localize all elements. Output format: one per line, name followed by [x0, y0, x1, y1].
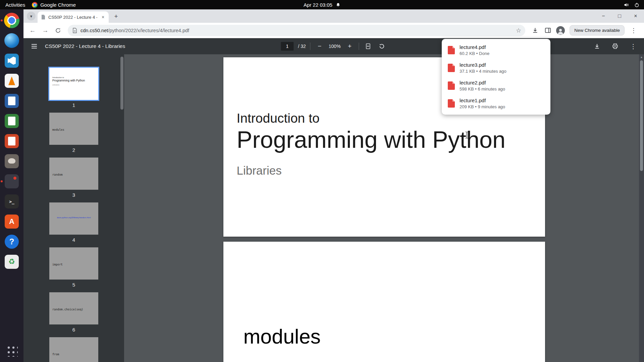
running-indicator: [1, 19, 3, 21]
download-file-meta: 598 KB • 6 minutes ago: [460, 86, 505, 92]
download-file-name: lecture3.pdf: [460, 62, 506, 68]
dock-item-vscode[interactable]: [3, 52, 20, 69]
thumbnail-page-5[interactable]: import 5: [49, 247, 98, 290]
download-item-lecture3[interactable]: lecture3.pdf 37.1 KB • 4 minutes ago: [442, 59, 550, 77]
thumbnail-page-6[interactable]: random.choice(seq) 6: [49, 292, 98, 335]
page-document-icon: [72, 28, 77, 33]
maximize-button[interactable]: □: [616, 12, 623, 20]
files-icon: [5, 174, 19, 188]
pdf-menu-button[interactable]: ⋮: [629, 42, 638, 51]
thumbnail-image[interactable]: import: [49, 247, 98, 280]
recycle-glyph: ♻: [8, 257, 15, 266]
close-button[interactable]: ×: [632, 12, 639, 20]
tab-lecture4[interactable]: CS50P 2022 - Lecture 4 - L ×: [38, 11, 109, 23]
thunderbird-icon: [4, 33, 19, 48]
thumbnail-page-7[interactable]: from 7: [49, 337, 98, 362]
thumb-page-number: 5: [72, 282, 75, 288]
show-applications-button[interactable]: [3, 342, 20, 359]
pdf-print-button[interactable]: [610, 42, 620, 51]
download-item-lecture1[interactable]: lecture1.pdf 209 KB • 9 minutes ago: [442, 95, 550, 112]
thumbnail-image[interactable]: modules: [49, 113, 98, 145]
dock-item-libreoffice-writer[interactable]: [3, 92, 20, 110]
tab-title: CS50P 2022 - Lecture 4 - L: [48, 15, 97, 20]
thumbnail-page-3[interactable]: random 3: [49, 158, 98, 200]
minimize-button[interactable]: −: [600, 12, 607, 20]
thumbnail-image[interactable]: from: [49, 337, 98, 362]
dock-item-ubuntu-software[interactable]: A: [3, 213, 20, 230]
chrome-logo-icon: [32, 2, 38, 8]
dock-item-help[interactable]: ?: [3, 233, 20, 250]
page-number-input[interactable]: [281, 42, 293, 51]
slide-subtitle: Libraries: [237, 164, 282, 177]
profile-avatar[interactable]: [555, 25, 566, 36]
content-scrollbar[interactable]: ▲: [639, 54, 644, 362]
dock-item-chrome[interactable]: [3, 12, 20, 29]
sidebar-scrollbar-thumb[interactable]: [120, 57, 123, 110]
pdf-sidebar-toggle-button[interactable]: [30, 42, 39, 51]
thumb-page-number: 6: [72, 327, 75, 333]
tab-search-button[interactable]: ▾: [27, 12, 36, 20]
dock-item-gimp[interactable]: [3, 153, 20, 170]
bookmark-star-icon[interactable]: ☆: [516, 27, 521, 34]
clock-text: Apr 22 03:05: [304, 2, 332, 8]
thumbnail-page-2[interactable]: modules 2: [49, 113, 98, 156]
chrome-window: ▾ CS50P 2022 - Lecture 4 - L × + − □ × ←…: [23, 9, 644, 362]
content-scrollbar-thumb[interactable]: [640, 60, 643, 171]
tab-close-icon[interactable]: ×: [100, 14, 106, 20]
scrollbar-up-arrow[interactable]: ▲: [639, 54, 644, 60]
thumbnail-image[interactable]: random.choice(seq): [49, 292, 98, 324]
system-status-area[interactable]: [624, 2, 644, 7]
back-button[interactable]: ←: [27, 25, 38, 36]
pdf-download-button[interactable]: [592, 42, 602, 51]
download-item-lecture2[interactable]: lecture2.pdf 598 KB • 6 minutes ago: [442, 77, 550, 95]
clock-button[interactable]: Apr 22 03:05: [304, 2, 340, 8]
dock-item-libreoffice-impress[interactable]: [3, 132, 20, 150]
reload-button[interactable]: [52, 25, 64, 36]
pdf-file-icon: [448, 81, 455, 90]
dock-item-libreoffice-calc[interactable]: [3, 112, 20, 130]
download-item-lecture4[interactable]: lecture4.pdf 60.2 KB • Done: [442, 41, 550, 59]
rotate-button[interactable]: [377, 42, 387, 51]
volume-icon: [624, 2, 629, 7]
thumb-text: Programming with Python: [52, 79, 85, 82]
dock-item-trash[interactable]: ♻: [3, 253, 20, 270]
downloads-toolbar-button[interactable]: [529, 25, 541, 36]
download-file-name: lecture2.pdf: [460, 80, 505, 85]
browser-menu-button[interactable]: ⋮: [628, 25, 639, 36]
download-file-meta: 209 KB • 9 minutes ago: [460, 104, 505, 109]
gimp-icon: [5, 154, 19, 168]
vlc-icon: [5, 74, 19, 88]
pdf-page-area: Introduction to Programming with Python …: [124, 54, 644, 362]
page-count-label: / 32: [298, 44, 306, 49]
zoom-out-button[interactable]: −: [315, 42, 324, 51]
thumbnail-image[interactable]: random: [49, 158, 98, 190]
thumbnail-image[interactable]: docs.python.org/3/library/random.html: [49, 202, 98, 235]
forward-button[interactable]: →: [40, 25, 51, 36]
tab-strip: ▾ CS50P 2022 - Lecture 4 - L × + − □ ×: [23, 9, 644, 23]
focused-app-menu[interactable]: Google Chrome: [32, 2, 76, 8]
chrome-update-button[interactable]: New Chrome available: [570, 25, 625, 36]
zoom-in-button[interactable]: +: [345, 42, 355, 51]
pdf-file-icon: [448, 46, 455, 54]
download-file-meta: 60.2 KB • Done: [460, 51, 489, 56]
dock-item-terminal[interactable]: >_: [3, 193, 20, 210]
downloads-popup: lecture4.pdf 60.2 KB • Done lecture3.pdf…: [442, 39, 550, 115]
thumbnail-page-4[interactable]: docs.python.org/3/library/random.html 4: [49, 202, 98, 245]
new-tab-button[interactable]: +: [111, 12, 121, 21]
download-file-name: lecture1.pdf: [460, 98, 505, 103]
thumbnail-page-1[interactable]: Introduction to Programming with Python …: [49, 68, 98, 111]
help-glyph: ?: [9, 237, 14, 246]
thumbnail-image[interactable]: Introduction to Programming with Python …: [49, 68, 98, 100]
terminal-glyph: >_: [9, 199, 14, 204]
fit-page-button[interactable]: [364, 42, 373, 51]
side-panel-button[interactable]: [542, 25, 553, 36]
dock-item-files[interactable]: [3, 173, 20, 190]
vscode-icon: [5, 54, 19, 68]
url-bar[interactable]: cdn.cs50.net/python/2022/x/lectures/4/le…: [68, 25, 525, 36]
dock-item-thunderbird[interactable]: [3, 32, 20, 49]
thumb-page-number: 1: [72, 102, 75, 108]
focused-app-name: Google Chrome: [40, 2, 76, 8]
dock-item-vlc[interactable]: [3, 72, 20, 89]
toolbar-divider: [359, 43, 359, 50]
activities-button[interactable]: Activities: [5, 2, 25, 8]
